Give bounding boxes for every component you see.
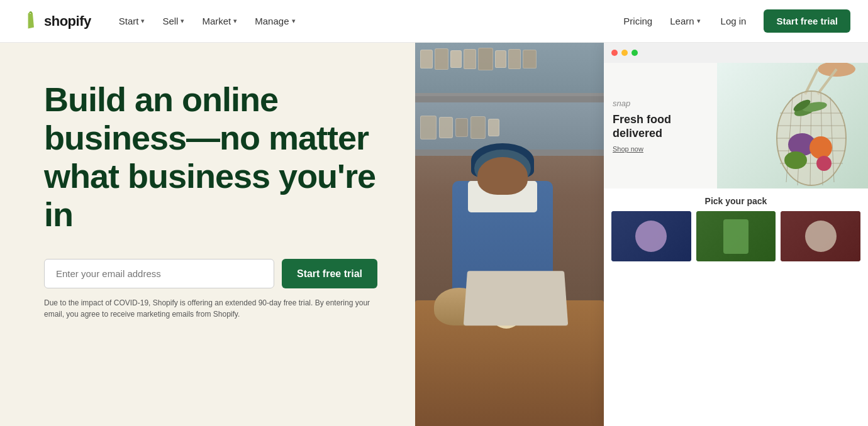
chevron-icon: ▾ — [141, 17, 145, 25]
store-shop-now-link[interactable]: Shop now — [613, 145, 708, 153]
hero-image-area: snap Fresh food delivered Shop now — [415, 43, 868, 426]
nav-right: Pricing Learn ▾ Log in Start free trial — [616, 9, 850, 33]
chevron-icon: ▾ — [292, 17, 296, 25]
nav-pricing[interactable]: Pricing — [616, 11, 660, 31]
header-trial-button[interactable]: Start free trial — [764, 9, 850, 33]
person-photo-area — [415, 43, 604, 426]
email-input[interactable] — [44, 259, 274, 288]
window-dot-green — [632, 50, 638, 56]
nav-sell[interactable]: Sell ▾ — [155, 11, 192, 31]
product-item-2[interactable] — [696, 211, 776, 261]
store-hero: snap Fresh food delivered Shop now — [604, 63, 868, 188]
nav-learn[interactable]: Learn ▾ — [662, 11, 708, 31]
person-background — [415, 43, 604, 426]
nav-start[interactable]: Start ▾ — [111, 11, 153, 31]
store-grid-label: Pick your pack — [604, 188, 868, 211]
hero-heading: Build an online business—no matter what … — [44, 80, 377, 234]
svg-point-19 — [784, 151, 807, 169]
store-text-area: snap Fresh food delivered Shop now — [604, 63, 717, 188]
veggie-image-area — [717, 63, 868, 188]
header: shopify Start ▾ Sell ▾ Market ▾ Manage ▾… — [0, 0, 868, 43]
nav-manage[interactable]: Manage ▾ — [247, 11, 303, 31]
window-bar — [604, 43, 868, 63]
store-logo: snap — [613, 99, 708, 108]
email-form: Start free trial — [44, 259, 377, 288]
veggie-bag-svg — [761, 63, 868, 188]
svg-point-18 — [810, 136, 832, 159]
product-item-1[interactable] — [611, 211, 691, 261]
window-dot-red — [611, 50, 618, 56]
chevron-icon: ▾ — [181, 17, 184, 25]
logo[interactable]: shopify — [18, 10, 91, 33]
logo-text: shopify — [44, 13, 91, 30]
nav-market[interactable]: Market ▾ — [194, 11, 245, 31]
chevron-icon: ▾ — [697, 17, 701, 25]
main-layout: Build an online business—no matter what … — [0, 0, 868, 426]
nav-left: Start ▾ Sell ▾ Market ▾ Manage ▾ — [111, 11, 303, 31]
hero-section: Build an online business—no matter what … — [0, 43, 415, 426]
svg-point-20 — [816, 156, 832, 171]
window-dot-yellow — [621, 50, 628, 56]
login-button[interactable]: Log in — [711, 11, 757, 31]
hero-trial-button[interactable]: Start free trial — [282, 259, 377, 288]
shopify-logo-icon — [18, 10, 40, 33]
storefront-mockup: snap Fresh food delivered Shop now — [604, 43, 868, 426]
product-item-3[interactable] — [781, 211, 860, 261]
store-tagline: Fresh food delivered — [613, 113, 708, 140]
chevron-icon: ▾ — [233, 17, 237, 25]
product-grid — [604, 211, 868, 269]
disclaimer-text: Due to the impact of COVID-19, Shopify i… — [44, 297, 377, 320]
